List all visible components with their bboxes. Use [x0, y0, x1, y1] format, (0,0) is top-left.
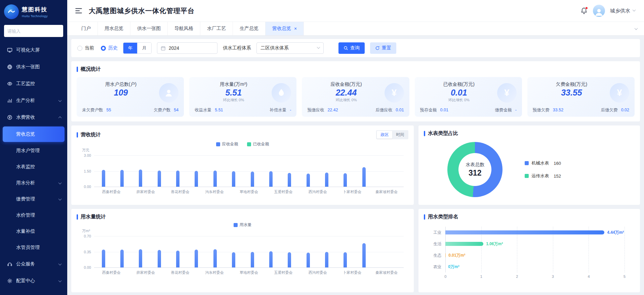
stat-card-2: 用水量(万m³)5.51环比增长 0%收益水量5.51补偿水量-: [189, 77, 296, 117]
stat-sub: 收益水量5.51: [195, 107, 223, 113]
bar[interactable]: [158, 171, 161, 187]
bar[interactable]: [445, 242, 483, 246]
bar[interactable]: [362, 243, 366, 267]
tab-list-chevron-icon[interactable]: [628, 22, 644, 35]
legend-item[interactable]: 应收金额: [216, 141, 238, 147]
tab-3[interactable]: 供水一张图: [130, 22, 168, 35]
bar[interactable]: [288, 252, 291, 267]
sidebar-item-3[interactable]: 工艺监控: [0, 75, 67, 92]
bar[interactable]: [120, 250, 124, 267]
bar[interactable]: [176, 251, 179, 267]
reset-button[interactable]: 重置: [370, 42, 396, 54]
sidebar-item-5[interactable]: 水费营收: [0, 109, 67, 126]
dashboard-icon: [7, 47, 12, 53]
user-menu[interactable]: 城乡供水: [610, 8, 635, 14]
bar[interactable]: [344, 173, 347, 187]
bar[interactable]: [325, 252, 328, 268]
avatar[interactable]: [593, 5, 605, 17]
usage-legend: 用水量: [77, 222, 408, 228]
stat-sub: 未欠费户数55: [82, 107, 111, 113]
usage-bar-chart: 万m³ 0.700.350.00 西秦村委会薛家村委会善花村委会沟东村委会草地村…: [77, 228, 408, 275]
bar[interactable]: [102, 250, 105, 267]
tab-7[interactable]: 营收总览×: [266, 22, 304, 35]
menu-fold-icon[interactable]: [75, 7, 83, 15]
tab-5[interactable]: 水厂工艺: [200, 22, 233, 35]
notification-dot: [585, 7, 588, 9]
close-icon[interactable]: ×: [294, 26, 297, 31]
legend-item[interactable]: 机械水表160: [525, 160, 561, 166]
bar[interactable]: [139, 170, 142, 187]
legend-item[interactable]: 远传水表152: [525, 173, 561, 179]
bar[interactable]: [213, 249, 217, 267]
sidebar-search-input[interactable]: [7, 29, 60, 34]
sidebar-item-10[interactable]: 缴费管理: [0, 191, 67, 207]
sidebar-item-2[interactable]: 供水一张图: [0, 59, 67, 75]
donut-center-value: 312: [469, 169, 481, 178]
content: 当前历史 年月 2024 供水工程体系 二区供水体系 查: [67, 36, 644, 295]
revenue-view-option-2[interactable]: 时间: [392, 131, 408, 139]
sidebar-item-8[interactable]: 水表监控: [0, 159, 67, 175]
sidebar-item-14[interactable]: 公众服务: [0, 256, 67, 272]
stat-sub: 欠费户数54: [154, 107, 178, 113]
y-axis-tick: 1.50: [84, 169, 91, 173]
radio-option-2[interactable]: 历史: [101, 45, 118, 51]
x-axis-label: 秦家坡村委会: [369, 270, 404, 275]
bar[interactable]: [139, 249, 142, 267]
radio-option-1[interactable]: 当前: [77, 45, 94, 51]
bar[interactable]: [307, 174, 310, 187]
year-picker[interactable]: 2024: [157, 42, 217, 54]
bar[interactable]: [251, 172, 254, 187]
bar[interactable]: [325, 173, 328, 187]
legend-item[interactable]: 已收金额: [247, 141, 269, 147]
ranking-value-label: 0.01万m³: [448, 253, 465, 258]
topbar: 大禹慧图城乡供水一体化管理平台 城乡供水: [67, 0, 644, 22]
system-select[interactable]: 二区供水体系: [256, 42, 324, 54]
sidebar-item-7[interactable]: 用水户管理: [0, 143, 67, 159]
legend-label: 应收金额: [222, 141, 238, 147]
period-option-1[interactable]: 年: [123, 43, 137, 53]
bar[interactable]: [251, 252, 254, 268]
bar-group: [344, 155, 347, 187]
bar[interactable]: [288, 173, 291, 187]
sidebar-item-12[interactable]: 水量补偿: [0, 223, 67, 239]
sidebar-item-13[interactable]: 水管员管理: [0, 239, 67, 256]
period-option-2[interactable]: 月: [137, 43, 151, 53]
bar[interactable]: [213, 171, 217, 187]
bar[interactable]: [120, 170, 124, 187]
meter-type-donut[interactable]: 水表总数 312: [447, 142, 502, 197]
bar[interactable]: [195, 250, 198, 267]
sidebar-item-11[interactable]: 水价管理: [0, 207, 67, 223]
chevron-down-icon: [59, 182, 61, 184]
sidebar-item-1[interactable]: 可视化大屏: [0, 42, 67, 59]
bell-icon[interactable]: [580, 7, 588, 15]
bar[interactable]: [269, 171, 273, 187]
tab-6[interactable]: 生产总览: [233, 22, 266, 35]
revenue-view-option-1[interactable]: 政区: [377, 131, 392, 139]
sidebar-item-label: 配置中心: [16, 278, 55, 284]
ranking-value-label: 1.06万m³: [486, 241, 503, 247]
tab-2[interactable]: 用水总览: [98, 22, 130, 35]
brand-text: 慧图科技 Huitu Technology: [22, 6, 48, 18]
sidebar-item-6[interactable]: 营收总览: [3, 126, 65, 142]
bar[interactable]: [232, 252, 235, 267]
bar[interactable]: [307, 253, 310, 267]
sidebar-item-4[interactable]: 生产分析: [0, 92, 67, 109]
sidebar-item-9[interactable]: 用水分析: [0, 175, 67, 191]
bar[interactable]: [158, 250, 161, 267]
legend-item[interactable]: 用水量: [234, 222, 252, 228]
bar[interactable]: [195, 171, 198, 187]
bar-group: [251, 236, 254, 267]
bar[interactable]: [269, 251, 273, 267]
tab-1[interactable]: 门户: [75, 22, 98, 35]
bar[interactable]: [102, 170, 105, 187]
bar[interactable]: [362, 167, 366, 187]
bar[interactable]: [176, 171, 179, 187]
bar[interactable]: [445, 230, 604, 234]
bar[interactable]: [232, 171, 235, 187]
tab-4[interactable]: 导航风格: [168, 22, 200, 35]
bar[interactable]: [445, 253, 446, 257]
sidebar-item-15[interactable]: 配置中心: [0, 272, 67, 289]
bar[interactable]: [344, 252, 347, 267]
sidebar-search[interactable]: [4, 25, 63, 37]
query-button[interactable]: 查询: [338, 42, 365, 54]
